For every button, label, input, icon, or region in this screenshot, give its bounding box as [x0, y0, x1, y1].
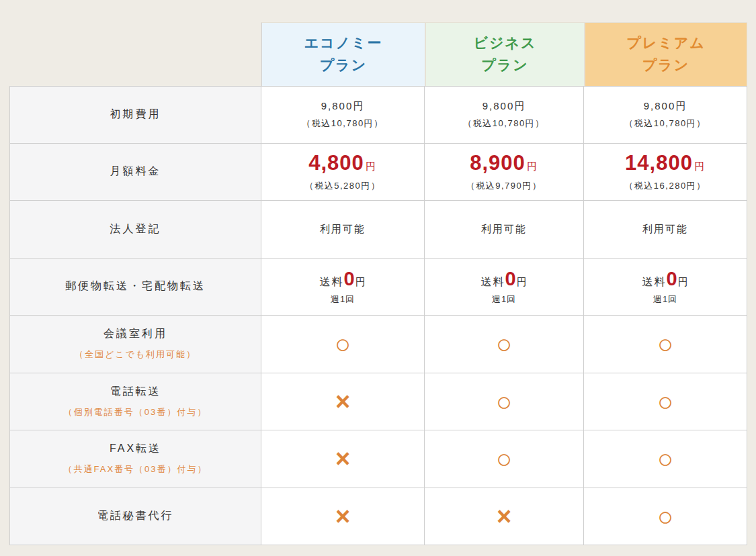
row-label-initial-cost: 初期費用 [9, 86, 261, 144]
price-amount: 8,900円 [470, 151, 538, 175]
row-label-text: 月額料金 [110, 165, 161, 179]
cell-corporate-registration-economy: 利用可能 [261, 201, 425, 259]
price-tax-note: （税込10,780円） [463, 118, 544, 130]
row-label-text: 初期費用 [110, 107, 161, 122]
row-label-monthly-fee: 月額料金 [9, 144, 261, 201]
row-label-text: 郵便物転送・宅配物転送 [65, 279, 206, 293]
cell-corporate-registration-premium: 利用可能 [584, 201, 747, 259]
cell-meeting-room-economy: ○ [261, 316, 425, 373]
cell-phone-forwarding-business: ○ [425, 373, 584, 431]
price-unit: 円 [527, 160, 538, 172]
cell-monthly-fee-business: 8,900円 （税込9,790円） [425, 144, 584, 201]
plan-header-economy: エコノミー プラン [261, 22, 425, 86]
cell-fax-forwarding-economy: × [261, 430, 425, 488]
price-big-number: 8,900 [470, 151, 526, 175]
row-label-text: 電話秘書代行 [97, 509, 174, 523]
row-label-text: 法人登記 [110, 222, 161, 236]
shipping-frequency: 週1回 [492, 293, 516, 306]
row-label-fax-forwarding: FAX転送 （共通FAX番号（03番）付与） [9, 430, 261, 488]
cross-mark-icon: × [335, 446, 350, 471]
cross-mark-icon: × [335, 389, 350, 414]
table-corner-spacer [9, 22, 261, 86]
cell-monthly-fee-economy: 4,800円 （税込5,280円） [261, 144, 425, 201]
price-tax-note: （税込16,280円） [624, 180, 706, 192]
price-amount: 9,800円 [482, 100, 526, 113]
price-big-number: 4,800 [308, 151, 364, 175]
row-label-phone-forwarding: 電話転送 （個別電話番号（03番）付与） [9, 373, 261, 431]
circle-mark-icon: ○ [657, 330, 673, 357]
cell-phone-secretary-business: × [425, 488, 584, 546]
shipping-prefix: 送料 [319, 276, 343, 287]
row-label-text: 会議室利用 [103, 327, 167, 341]
circle-mark-icon: ○ [496, 388, 512, 415]
price-unit: 円 [366, 160, 377, 172]
shipping-unit: 円 [517, 276, 528, 287]
cell-mail-forwarding-business: 送料0円 週1回 [425, 259, 584, 316]
cell-fax-forwarding-business: ○ [425, 430, 584, 488]
price-tax-note: （税込10,780円） [302, 118, 383, 130]
plan-header-business: ビジネス プラン [425, 22, 584, 86]
shipping-unit: 円 [678, 276, 689, 287]
price-amount: 4,800円 [308, 151, 377, 175]
plan-name: エコノミー プラン [304, 32, 383, 76]
circle-mark-icon: ○ [657, 388, 673, 415]
row-label-corporate-registration: 法人登記 [9, 201, 261, 259]
row-label-note: （全国どこでも利用可能） [75, 349, 196, 361]
row-label-text: 電話転送 [110, 385, 161, 399]
cell-initial-cost-economy: 9,800円 （税込10,780円） [261, 86, 425, 144]
shipping-zero: 0 [343, 268, 355, 289]
cell-meeting-room-business: ○ [425, 316, 584, 373]
circle-mark-icon: ○ [496, 330, 512, 357]
price-amount: 9,800円 [321, 100, 365, 113]
cell-mail-forwarding-premium: 送料0円 週1回 [584, 259, 747, 316]
circle-mark-icon: ○ [657, 503, 673, 530]
cell-initial-cost-business: 9,800円 （税込10,780円） [425, 86, 584, 144]
price-amount: 14,800円 [625, 151, 706, 175]
cell-fax-forwarding-premium: ○ [584, 430, 747, 488]
cell-phone-secretary-premium: ○ [584, 488, 747, 546]
cell-phone-secretary-economy: × [261, 488, 425, 546]
price-tax-note: （税込9,790円） [466, 180, 542, 192]
shipping-prefix: 送料 [642, 276, 666, 287]
cell-corporate-registration-business: 利用可能 [425, 201, 584, 259]
plan-header-premium: プレミアム プラン [584, 22, 747, 86]
pricing-table: エコノミー プラン ビジネス プラン プレミアム プラン 初期費用 9,800円… [9, 22, 747, 545]
cell-initial-cost-premium: 9,800円 （税込10,780円） [584, 86, 747, 144]
cross-mark-icon: × [497, 504, 511, 529]
availability-text: 利用可能 [320, 223, 366, 236]
cell-phone-forwarding-premium: ○ [584, 373, 747, 431]
cell-mail-forwarding-economy: 送料0円 週1回 [261, 259, 425, 316]
row-label-mail-forwarding: 郵便物転送・宅配物転送 [9, 259, 261, 316]
shipping-fee: 送料0円 [480, 268, 527, 290]
circle-mark-icon: ○ [496, 445, 512, 472]
row-label-text: FAX転送 [110, 442, 161, 456]
availability-text: 利用可能 [642, 223, 688, 236]
circle-mark-icon: ○ [657, 445, 673, 472]
plan-name: プレミアム プラン [626, 32, 705, 76]
row-label-note: （共通FAX番号（03番）付与） [63, 463, 207, 475]
shipping-prefix: 送料 [480, 276, 505, 287]
price-tax-note: （税込5,280円） [305, 180, 381, 192]
row-label-meeting-room: 会議室利用 （全国どこでも利用可能） [9, 316, 261, 373]
price-tax-note: （税込10,780円） [624, 118, 706, 130]
row-label-phone-secretary: 電話秘書代行 [9, 488, 261, 546]
shipping-zero: 0 [505, 268, 516, 289]
cross-mark-icon: × [335, 504, 350, 529]
shipping-frequency: 週1回 [653, 293, 677, 306]
shipping-unit: 円 [355, 276, 366, 287]
price-unit: 円 [694, 160, 706, 172]
row-label-note: （個別電話番号（03番）付与） [64, 406, 207, 418]
shipping-fee: 送料0円 [642, 268, 688, 290]
shipping-frequency: 週1回 [331, 293, 355, 306]
price-amount: 9,800円 [644, 100, 687, 113]
shipping-fee: 送料0円 [319, 268, 366, 290]
plan-name: ビジネス プラン [474, 32, 537, 76]
circle-mark-icon: ○ [335, 330, 351, 357]
availability-text: 利用可能 [481, 223, 527, 236]
cell-phone-forwarding-economy: × [261, 373, 425, 431]
shipping-zero: 0 [666, 268, 677, 289]
price-big-number: 14,800 [625, 151, 693, 175]
cell-meeting-room-premium: ○ [584, 316, 747, 373]
cell-monthly-fee-premium: 14,800円 （税込16,280円） [584, 144, 747, 201]
